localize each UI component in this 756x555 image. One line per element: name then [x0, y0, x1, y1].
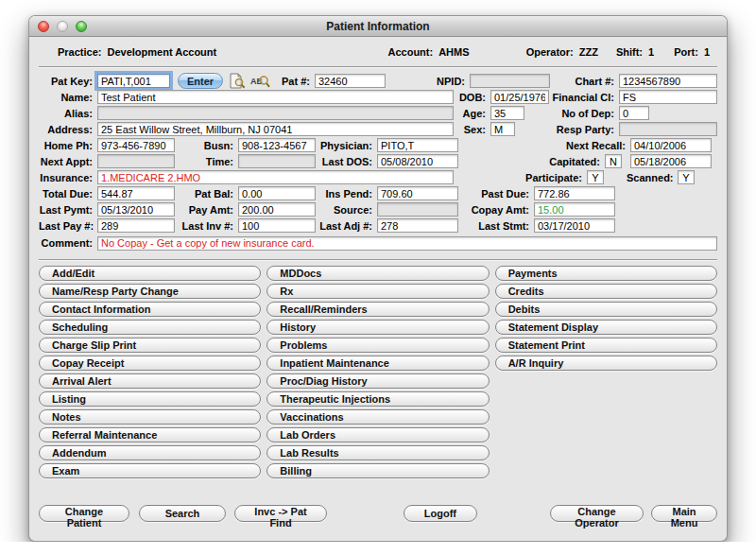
- last-adj-num-field[interactable]: [377, 218, 458, 233]
- billing-button[interactable]: Billing: [266, 463, 489, 478]
- capitated-field[interactable]: [605, 154, 622, 168]
- next-recall-field[interactable]: [630, 138, 712, 152]
- copay-receipt-button[interactable]: Copay Receipt: [39, 356, 261, 371]
- chart-number-field[interactable]: [619, 74, 717, 88]
- session-header: Practice:Development Account Account:AHM…: [39, 42, 717, 62]
- past-due-field[interactable]: [534, 186, 615, 200]
- sex-field[interactable]: [490, 122, 515, 136]
- lab-orders-button[interactable]: Lab Orders: [266, 427, 489, 442]
- resp-party-field[interactable]: [619, 122, 717, 136]
- history-button[interactable]: History: [266, 320, 489, 335]
- add-edit-button[interactable]: Add/Edit: [39, 266, 261, 281]
- physician-label: Physician:: [316, 140, 377, 151]
- referral-maintenance-button[interactable]: Referral Maintenance: [39, 427, 261, 442]
- next-appt-field[interactable]: [97, 154, 175, 168]
- npid-field[interactable]: [470, 74, 550, 88]
- credits-button[interactable]: Credits: [495, 284, 717, 299]
- financial-class-label: Financial Cl:: [549, 92, 619, 103]
- last-pymt-field[interactable]: [97, 202, 175, 217]
- window-titlebar[interactable]: Patient Information: [29, 16, 727, 37]
- button-column-middle: MDDocs Rx Recall/Reminders History Probl…: [266, 266, 489, 478]
- mddocs-button[interactable]: MDDocs: [266, 266, 489, 281]
- exam-button[interactable]: Exam: [39, 463, 261, 478]
- ins-pend-field[interactable]: [377, 186, 458, 200]
- listing-button[interactable]: Listing: [39, 391, 261, 407]
- scheduling-button[interactable]: Scheduling: [39, 320, 261, 335]
- change-patient-button[interactable]: Change Patient: [39, 505, 129, 522]
- alias-field[interactable]: [97, 106, 454, 120]
- statement-display-button[interactable]: Statement Display: [495, 320, 717, 335]
- row-pat-key: Pat Key: Enter AB Pat #: NPID: Chart #:: [39, 73, 717, 89]
- business-phone-field[interactable]: [238, 138, 316, 152]
- minimize-button[interactable]: [57, 21, 68, 32]
- age-field[interactable]: [490, 106, 524, 120]
- total-due-field[interactable]: [97, 186, 175, 200]
- document-search-icon[interactable]: [229, 73, 246, 89]
- comment-field[interactable]: [97, 236, 717, 251]
- row-last-numbers: Last Pay #: Last Inv #: Last Adj #: Last…: [39, 217, 717, 234]
- last-dos-label: Last DOS:: [316, 156, 377, 167]
- inpatient-maintenance-button[interactable]: Inpatient Maintenance: [266, 356, 489, 371]
- last-stmt-field[interactable]: [534, 218, 615, 233]
- notes-button[interactable]: Notes: [39, 409, 261, 425]
- close-button[interactable]: [38, 21, 49, 32]
- contact-information-button[interactable]: Contact Information: [39, 302, 261, 317]
- change-operator-button[interactable]: Change Operator: [550, 505, 644, 522]
- payments-button[interactable]: Payments: [495, 266, 717, 281]
- arrival-alert-button[interactable]: Arrival Alert: [39, 373, 261, 389]
- window-title: Patient Information: [326, 20, 429, 33]
- last-inv-num-field[interactable]: [238, 218, 316, 233]
- lab-results-button[interactable]: Lab Results: [266, 445, 489, 460]
- comment-label: Comment:: [39, 237, 97, 249]
- source-field[interactable]: [377, 202, 458, 217]
- therapeutic-injections-button[interactable]: Therapeutic Injections: [266, 391, 489, 407]
- financial-class-field[interactable]: [619, 90, 717, 104]
- operator: Operator:ZZZ: [526, 46, 598, 58]
- port-label: Port:: [674, 46, 698, 58]
- scanned-field[interactable]: [678, 170, 695, 184]
- home-phone-field[interactable]: [97, 138, 175, 152]
- proc-diag-history-button[interactable]: Proc/Diag History: [266, 373, 489, 389]
- participate-field[interactable]: [587, 170, 604, 184]
- last-pay-num-label: Last Pay #:: [39, 220, 97, 232]
- dob-field[interactable]: [490, 90, 549, 104]
- problems-button[interactable]: Problems: [266, 338, 489, 353]
- time-label: Time:: [175, 156, 238, 167]
- pat-bal-field[interactable]: [238, 186, 316, 200]
- invc-pat-find-button[interactable]: Invc -> Pat Find: [234, 505, 327, 522]
- charge-slip-print-button[interactable]: Charge Slip Print: [39, 338, 261, 353]
- capitated-date-field[interactable]: [630, 154, 712, 168]
- zoom-button[interactable]: [76, 21, 87, 32]
- main-menu-button[interactable]: Main Menu: [651, 505, 717, 522]
- recall-reminders-button[interactable]: Recall/Reminders: [266, 302, 489, 317]
- operator-label: Operator:: [526, 46, 574, 58]
- rx-button[interactable]: Rx: [266, 284, 489, 299]
- enter-button[interactable]: Enter: [178, 73, 223, 89]
- row-name: Name: DOB: Financial Cl:: [39, 89, 717, 105]
- last-pay-num-field[interactable]: [97, 218, 175, 233]
- no-of-dep-field[interactable]: [619, 106, 649, 120]
- row-comment: Comment:: [39, 234, 717, 252]
- pat-number-field[interactable]: [315, 74, 386, 88]
- addendum-button[interactable]: Addendum: [39, 445, 261, 460]
- past-due-label: Past Due:: [458, 188, 534, 199]
- last-dos-field[interactable]: [377, 154, 458, 168]
- logoff-button[interactable]: Logoff: [404, 505, 477, 522]
- insurance-field[interactable]: [97, 170, 454, 184]
- copay-amt-field[interactable]: [534, 202, 615, 217]
- name-resp-party-change-button[interactable]: Name/Resp Party Change: [39, 284, 261, 299]
- port-value: 1: [704, 46, 710, 58]
- divider: [39, 259, 717, 261]
- statement-print-button[interactable]: Statement Print: [495, 338, 717, 353]
- name-field[interactable]: [97, 90, 454, 104]
- debits-button[interactable]: Debits: [495, 302, 717, 317]
- address-field[interactable]: [97, 122, 454, 136]
- pat-key-field[interactable]: [97, 74, 170, 88]
- search-button[interactable]: Search: [139, 505, 226, 522]
- text-search-icon[interactable]: AB: [250, 73, 270, 89]
- ar-inquiry-button[interactable]: A/R Inquiry: [495, 356, 717, 371]
- physician-field[interactable]: [377, 138, 458, 152]
- pay-amt-field[interactable]: [238, 202, 316, 217]
- time-field[interactable]: [238, 154, 316, 168]
- vaccinations-button[interactable]: Vaccinations: [266, 409, 489, 425]
